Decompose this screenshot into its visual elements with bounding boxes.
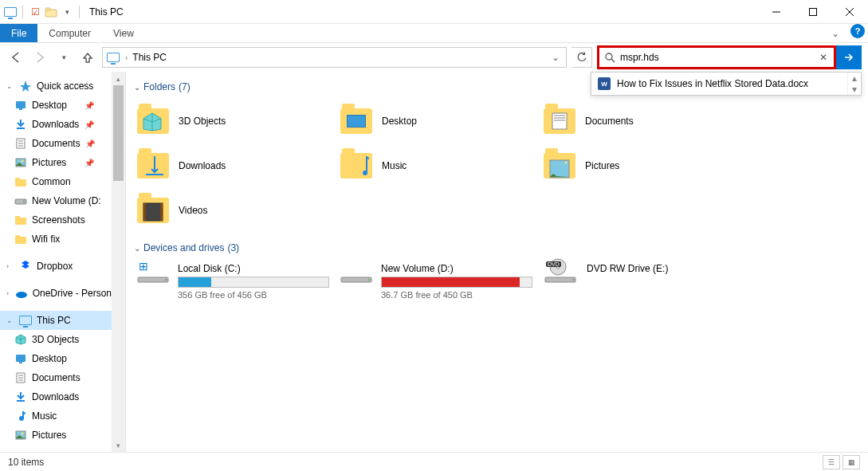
drive-item-local-disk-c-[interactable]: ⊞ Local Disk (C:) 356 GB free of 456 GB xyxy=(131,260,334,303)
sidebar-item-common[interactable]: Common xyxy=(0,172,112,191)
pin-icon: 📌 xyxy=(84,159,94,167)
sidebar-item-downloads[interactable]: Downloads📌 xyxy=(0,115,112,134)
suggestion-label: How to Fix Issues in Netflix Stored Data… xyxy=(617,78,808,89)
help-icon[interactable]: ? xyxy=(850,24,865,38)
folder-label: Music xyxy=(382,160,407,171)
breadcrumb-sep-icon: › xyxy=(125,53,128,62)
status-item-count: 10 items xyxy=(8,457,44,468)
sidebar-dropbox[interactable]: ›Dropbox xyxy=(0,257,112,276)
folder-item-videos[interactable]: Videos xyxy=(131,188,334,233)
sidebar-scrollbar[interactable]: ▴ ▾ xyxy=(112,72,125,452)
qat-customize-icon[interactable]: ▾ xyxy=(60,5,74,19)
qat-properties-icon[interactable]: ☑ xyxy=(28,5,42,19)
view-large-icons-button[interactable]: ▦ xyxy=(842,455,860,469)
search-box[interactable]: ✕ xyxy=(597,45,836,69)
sidebar-item-pictures[interactable]: Pictures xyxy=(0,426,112,445)
svg-point-33 xyxy=(19,416,24,421)
star-icon xyxy=(19,80,32,92)
search-clear-button[interactable]: ✕ xyxy=(816,52,831,63)
search-suggestion-item[interactable]: W How to Fix Issues in Netflix Stored Da… xyxy=(591,73,847,95)
address-text[interactable]: This PC xyxy=(132,52,544,63)
folder-label: 3D Objects xyxy=(179,116,226,127)
dropbox-icon xyxy=(19,260,32,273)
downloads-icon xyxy=(14,391,27,403)
folder-icon xyxy=(136,104,171,139)
svg-rect-17 xyxy=(15,179,26,186)
sidebar-item-wifi-fix[interactable]: Wifi fix xyxy=(0,230,112,249)
svg-rect-8 xyxy=(16,101,26,108)
documents-icon xyxy=(14,371,27,384)
sidebar-item-documents[interactable]: Documents📌 xyxy=(0,134,112,153)
refresh-button[interactable] xyxy=(571,47,592,68)
folder-item-documents[interactable]: Documents xyxy=(537,99,740,143)
svg-rect-47 xyxy=(138,277,168,282)
sidebar-this-pc[interactable]: ⌄This PC xyxy=(0,311,112,330)
sidebar-item-new-volume-d-[interactable]: New Volume (D: xyxy=(0,191,112,210)
folder-label: Videos xyxy=(179,205,207,216)
drive-item-new-volume-d-[interactable]: New Volume (D:) 36.7 GB free of 450 GB xyxy=(334,260,537,303)
folder-label: Desktop xyxy=(382,116,417,127)
sidebar-item-desktop[interactable]: Desktop xyxy=(0,349,112,368)
up-button[interactable] xyxy=(78,48,97,67)
folder-icon xyxy=(542,104,577,139)
sidebar-item-3d-objects[interactable]: 3D Objects xyxy=(0,330,112,349)
folder-icon xyxy=(542,148,577,183)
address-dropdown-icon[interactable]: ⌄ xyxy=(548,52,563,63)
svg-rect-22 xyxy=(15,216,20,218)
folder-item-3d-objects[interactable]: 3D Objects xyxy=(131,99,334,143)
drive-usage-bar xyxy=(178,277,329,288)
forward-button[interactable] xyxy=(30,48,49,67)
ribbon-expand-icon[interactable]: ⌄ xyxy=(823,24,847,42)
view-details-button[interactable]: ☰ xyxy=(823,455,840,469)
window-title: This PC xyxy=(89,6,124,18)
address-icon xyxy=(106,50,120,65)
folder-item-desktop[interactable]: Desktop xyxy=(334,99,537,143)
sidebar-item-music[interactable]: Music xyxy=(0,406,112,426)
suggestion-scrollbar[interactable]: ▴▾ xyxy=(847,73,861,95)
maximize-button[interactable] xyxy=(795,0,831,24)
search-submit-button[interactable] xyxy=(836,45,862,69)
system-menu-icon[interactable] xyxy=(3,5,18,19)
desktop-icon xyxy=(14,352,27,365)
svg-rect-27 xyxy=(19,362,22,363)
folder-item-music[interactable]: Music xyxy=(334,143,537,188)
ribbon-tab-file[interactable]: File xyxy=(0,24,37,42)
pin-icon: 📌 xyxy=(84,120,94,129)
svg-rect-45 xyxy=(143,203,146,221)
pin-icon: 📌 xyxy=(85,139,95,148)
svg-rect-24 xyxy=(15,235,20,237)
ribbon-tab-view[interactable]: View xyxy=(102,24,145,42)
folder-item-pictures[interactable]: Pictures xyxy=(537,143,740,188)
svg-point-41 xyxy=(363,171,367,175)
back-button[interactable] xyxy=(6,48,26,67)
ribbon-tab-computer[interactable]: Computer xyxy=(37,24,102,42)
sidebar-item-screenshots[interactable]: Screenshots xyxy=(0,210,112,230)
svg-rect-3 xyxy=(810,8,817,15)
group-header-drives[interactable]: ⌄ Devices and drives (3) xyxy=(131,237,860,260)
collapse-icon: ⌄ xyxy=(134,244,140,253)
folder-label: Documents xyxy=(585,116,634,127)
sidebar-item-downloads[interactable]: Downloads xyxy=(0,387,112,406)
svg-point-43 xyxy=(565,162,568,164)
svg-line-7 xyxy=(611,59,615,62)
sidebar-item-pictures[interactable]: Pictures📌 xyxy=(0,153,112,172)
drive-free-text: 356 GB free of 456 GB xyxy=(178,290,329,300)
svg-rect-49 xyxy=(341,277,371,282)
qat-newfolder-icon[interactable] xyxy=(44,5,58,19)
sidebar-item-desktop[interactable]: Desktop📌 xyxy=(0,96,112,115)
drive-item-dvd-rw-drive-e-[interactable]: DVD DVD RW Drive (E:) xyxy=(537,260,740,303)
sidebar-item-documents[interactable]: Documents xyxy=(0,368,112,387)
folder-icon xyxy=(136,148,171,183)
close-button[interactable] xyxy=(831,0,868,24)
drive-icon xyxy=(339,263,373,295)
sidebar-quick-access[interactable]: ⌄Quick access xyxy=(0,77,112,96)
minimize-button[interactable] xyxy=(758,0,795,24)
search-input[interactable] xyxy=(617,52,816,63)
drive-label: New Volume (D:) xyxy=(381,263,532,274)
address-bar[interactable]: › This PC ⌄ xyxy=(102,47,567,68)
recent-locations-button[interactable]: ▾ xyxy=(54,48,73,67)
folder-item-downloads[interactable]: Downloads xyxy=(131,143,334,188)
documents-icon xyxy=(14,137,27,150)
sidebar-onedrive[interactable]: ›OneDrive - Person xyxy=(0,284,112,303)
svg-point-6 xyxy=(606,53,612,60)
